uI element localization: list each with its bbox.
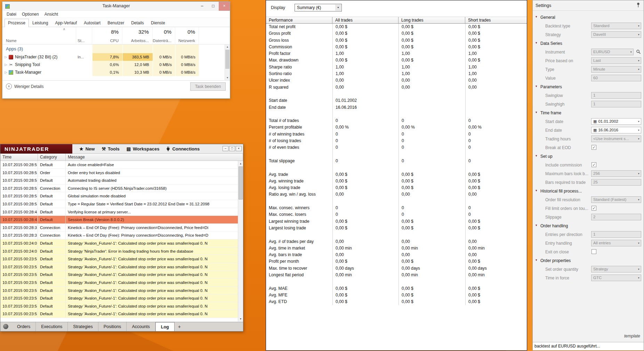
log-row[interactable]: 10.07.2015 00:24:0 Default Strategy 'Ava… [0, 239, 243, 247]
details-toggle[interactable]: ∧ Weniger Details [6, 83, 43, 89]
log-row[interactable]: 10.07.2015 00:23:5 Default Strategy 'Ava… [0, 294, 243, 302]
column-short-trades[interactable]: Short trades [465, 17, 527, 23]
expander-icon[interactable]: ▷ [2, 63, 8, 66]
log-row[interactable]: 10.07.2015 00:28:5 Order Order entry hot… [0, 169, 243, 177]
scrollbar-thumb[interactable] [225, 50, 230, 69]
value-box[interactable]: ▦EURUSD▼ [591, 49, 634, 55]
log-row[interactable]: 10.07.2015 00:23:5 Default Strategy 'Ava… [0, 263, 243, 271]
log-row[interactable]: 10.07.2015 00:28:5 Default Automated tra… [0, 177, 243, 185]
minimize-button[interactable]: – [223, 146, 228, 151]
checkbox[interactable] [591, 249, 596, 254]
log-row[interactable]: 10.07.2015 00:28:5 Connection Connecting… [0, 185, 243, 193]
tab[interactable]: Log [155, 322, 175, 331]
tab[interactable]: Accounts [127, 322, 155, 331]
value-box[interactable]: ▦1▼ [591, 101, 641, 107]
value-box[interactable]: ▦GTC▼ [591, 275, 641, 281]
scroll-down-icon[interactable]: ▼ [225, 75, 230, 80]
process-group-row[interactable]: Apps (3) [2, 44, 230, 53]
minimize-button[interactable]: – [196, 2, 208, 11]
tab[interactable]: Prozesse [5, 19, 29, 27]
column-name[interactable]: ∧ Name [2, 27, 76, 44]
pin-icon[interactable] [636, 2, 640, 9]
value-box[interactable]: ▦1▼ [591, 231, 641, 238]
add-tab-button[interactable]: + [175, 322, 184, 331]
process-row[interactable]: ▷ Task-Manager 0,1% 10,3 MB 0 MB/s 0 MBi… [2, 68, 230, 76]
scroll-up-icon[interactable]: ▲ [225, 44, 230, 49]
log-row[interactable]: 10.07.2015 00:28:5 Default Global simula… [0, 192, 243, 200]
scroll-down-icon[interactable]: ▼ [238, 316, 243, 321]
checkbox[interactable]: ✓ [591, 162, 596, 167]
scrollbar[interactable]: ▲ ▼ [225, 44, 230, 80]
value-box[interactable]: ▦16.06.2016▼ [591, 127, 641, 133]
ninjatrader-titlebar[interactable]: NINJATRADER ★ New ⚒ Tools ▤ Workspaces C… [0, 144, 243, 154]
section-collapse-icon[interactable]: ▾ [536, 41, 537, 44]
setting-control[interactable]: ▦Standard▼ [591, 23, 641, 29]
column-memory[interactable]: 32% Arbeitss... [122, 27, 153, 44]
column-time[interactable]: Time [0, 154, 38, 161]
setting-control[interactable]: ▦16.06.2016▼ [591, 127, 641, 133]
tab[interactable]: Leistung [29, 19, 51, 27]
setting-control[interactable]: ▦1▼ [591, 231, 641, 238]
setting-control[interactable]: ▦1▼ [591, 101, 641, 107]
search-icon[interactable] [636, 49, 641, 55]
section-collapse-icon[interactable]: ▾ [536, 111, 537, 114]
value-box[interactable]: ▦Last▼ [591, 57, 641, 64]
template-link[interactable]: template [624, 334, 640, 338]
value-box[interactable]: ▦DaveIII▼ [591, 31, 641, 38]
setting-control[interactable]: ▦DaveIII▼ [591, 31, 641, 38]
menu-tools[interactable]: ⚒ Tools [102, 146, 119, 152]
menu-new[interactable]: ★ New [79, 146, 95, 152]
tab[interactable]: Positions [98, 322, 127, 331]
close-button[interactable]: × [219, 2, 230, 11]
value-box[interactable]: ▦Standard▼ [591, 23, 641, 29]
value-box[interactable]: ▦All entries▼ [591, 240, 641, 246]
value-box[interactable]: ▦1▼ [591, 92, 641, 99]
checkbox[interactable]: ✓ [591, 206, 596, 211]
log-row[interactable]: 10.07.2015 00:28:5 Default Type = Regula… [0, 200, 243, 208]
column-all-trades[interactable]: All trades [332, 17, 399, 23]
setting-control[interactable]: ✓ ▦▼ [591, 162, 641, 168]
value-box[interactable]: ▦Strategy▼ [591, 266, 641, 272]
setting-control[interactable]: ▦All entries▼ [591, 240, 641, 246]
section-collapse-icon[interactable]: ▾ [536, 223, 537, 227]
checkbox[interactable]: ✓ [591, 145, 596, 150]
section-collapse-icon[interactable]: ▾ [536, 84, 537, 88]
tab[interactable]: App-Verlauf [51, 19, 80, 27]
log-row[interactable]: 10.07.2015 00:23:5 Default Strategy 'Ava… [0, 255, 243, 263]
setting-control[interactable]: ▦60▼ [591, 75, 641, 81]
expander-icon[interactable]: ▷ [2, 71, 8, 74]
log-row[interactable]: 10.07.2015 00:28:5 Default Auto close en… [0, 161, 243, 169]
setting-control[interactable]: ▦Last▼ [591, 57, 641, 64]
setting-control[interactable]: ▦<Use instrument s...▼ [591, 136, 641, 142]
column-disk[interactable]: 0% Datenträ... [153, 27, 175, 44]
expander-icon[interactable]: ▷ [2, 55, 8, 59]
setting-control[interactable]: ✓ ▦▼ [591, 205, 641, 212]
log-row[interactable]: 10.07.2015 00:23:5 Default Strategy 'Ava… [0, 271, 243, 279]
process-row[interactable]: ▷ NinjaTrader (32 Bit) (2) In... 7,8% 38… [2, 53, 230, 61]
tab[interactable]: Executions [36, 322, 68, 331]
maximize-button[interactable]: □ [229, 146, 235, 151]
setting-control[interactable]: ▦Standard (Fastest)▼ [591, 196, 641, 203]
column-performance[interactable]: Performance [266, 17, 332, 23]
setting-control[interactable]: ▦256▼ [591, 170, 641, 177]
setting-control[interactable]: ▦25▼ [591, 179, 641, 186]
setting-control[interactable]: ▦1▼ [591, 92, 641, 99]
tab[interactable]: Orders [12, 322, 36, 331]
value-box[interactable]: ▦2▼ [591, 214, 641, 220]
value-box[interactable]: ▦25▼ [591, 179, 641, 186]
menu-connections[interactable]: Connections [166, 146, 200, 152]
section-collapse-icon[interactable]: ▾ [536, 15, 537, 18]
setting-control[interactable]: ▦Strategy▼ [591, 266, 641, 272]
close-button[interactable]: × [236, 146, 242, 151]
display-select[interactable]: Summary (€) ▼ [295, 4, 342, 11]
log-row[interactable]: 10.07.2015 00:28:4 Default Session Break… [0, 216, 243, 224]
tab[interactable]: Details [128, 19, 147, 27]
log-row[interactable]: 10.07.2015 00:23:5 Default Strategy 'Ava… [0, 302, 243, 310]
setting-control[interactable]: ✓ ▦▼ [591, 144, 641, 151]
log-row[interactable]: 10.07.2015 00:28:3 Connection Kinetick –… [0, 231, 243, 239]
section-collapse-icon[interactable]: ▾ [536, 258, 537, 262]
tab[interactable]: Strategies [68, 322, 98, 331]
setting-control[interactable]: ▦EURUSD▼ [591, 49, 641, 55]
tab[interactable]: Benutzer [104, 19, 128, 27]
value-box[interactable]: ▦01.01.2002▼ [591, 118, 641, 125]
